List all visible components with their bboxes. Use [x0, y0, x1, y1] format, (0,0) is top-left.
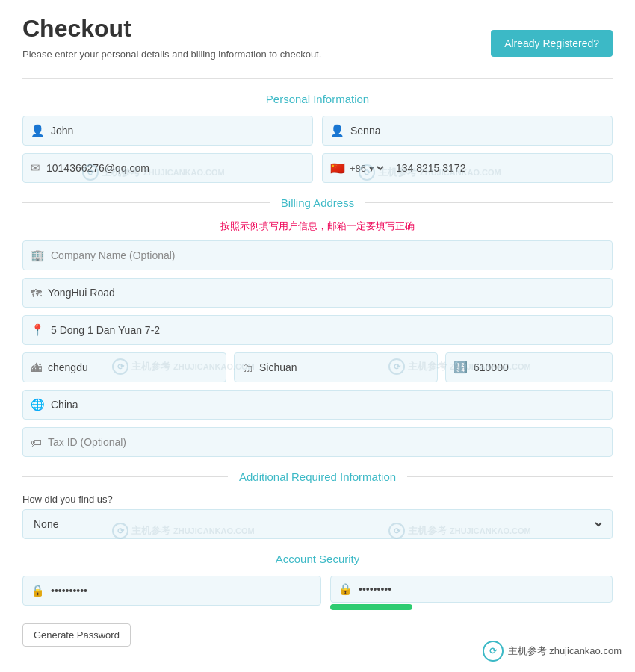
personal-info-divider: Personal Information: [22, 93, 613, 105]
person-icon-2: 👤: [330, 124, 344, 137]
how-label: How did you find us?: [22, 494, 613, 505]
tax-row: 🏷: [22, 427, 613, 457]
account-security-divider: Account Security: [22, 553, 613, 565]
how-select[interactable]: None Google Friend Forum: [31, 517, 604, 531]
last-name-input[interactable]: [350, 125, 604, 137]
tax-icon: 🏷: [31, 436, 42, 449]
phone-flag: 🇨🇳: [330, 161, 345, 175]
country-row: 🌐: [22, 390, 613, 420]
phone-divider: [391, 161, 391, 175]
map-icon: 🗺: [31, 287, 42, 299]
phone-number-input[interactable]: [396, 162, 604, 174]
first-name-field: 👤: [22, 116, 313, 146]
additional-divider: Additional Required Information: [22, 470, 613, 483]
billing-address-label: Billing Address: [270, 196, 365, 209]
building-icon: 🏢: [31, 249, 45, 262]
city-field: 🏙: [22, 352, 226, 382]
company-field: 🏢: [22, 240, 613, 270]
billing-address-divider: Billing Address: [22, 196, 613, 209]
address1-input[interactable]: [48, 287, 604, 299]
confirm-password-field: 🔒: [330, 576, 613, 603]
name-row: 👤 👤: [22, 116, 613, 146]
page-title: Checkout: [22, 15, 321, 43]
zip-field: 🔢: [445, 352, 613, 382]
lock-icon-2: 🔒: [338, 582, 353, 596]
billing-note: 按照示例填写用户信息，邮箱一定要填写正确: [22, 220, 613, 233]
zip-icon: 🔢: [453, 361, 468, 374]
state-icon: 🗂: [242, 361, 253, 374]
tax-field: 🏷: [22, 427, 613, 457]
state-field: 🗂: [234, 352, 438, 382]
address2-row: 📍: [22, 315, 613, 345]
bottom-watermark-circle: ⟳: [483, 641, 504, 662]
email-phone-row: ✉ 🇨🇳 +86 ▾: [22, 153, 613, 183]
address1-row: 🗺: [22, 278, 613, 308]
personal-info-label: Personal Information: [255, 93, 380, 105]
email-input[interactable]: [46, 162, 305, 174]
password-field: 🔒: [22, 576, 321, 606]
confirm-password-input[interactable]: [359, 583, 604, 595]
address1-field: 🗺: [22, 278, 613, 308]
page-subtitle: Please enter your personal details and b…: [22, 49, 321, 60]
tax-input[interactable]: [48, 436, 604, 448]
bottom-watermark: ⟳ 主机参考 zhujicankao.com: [477, 638, 628, 665]
address2-field: 📍: [22, 315, 613, 345]
zip-input[interactable]: [474, 361, 604, 373]
address2-input[interactable]: [51, 324, 604, 336]
first-name-input[interactable]: [51, 125, 305, 137]
account-security-label: Account Security: [264, 553, 371, 565]
city-state-zip-row: 🏙 🗂 🔢: [22, 352, 613, 382]
location-icon: 📍: [31, 323, 45, 337]
already-registered-button[interactable]: Already Registered?: [491, 30, 613, 57]
phone-code-select[interactable]: +86 ▾: [347, 162, 386, 175]
additional-label: Additional Required Information: [228, 470, 407, 483]
generate-password-button[interactable]: Generate Password: [22, 623, 131, 647]
email-icon: ✉: [31, 161, 40, 175]
how-row: None Google Friend Forum: [22, 509, 613, 539]
city-input[interactable]: [48, 361, 218, 373]
state-input[interactable]: [259, 361, 430, 373]
top-divider: [22, 78, 613, 79]
company-row: 🏢: [22, 240, 613, 270]
globe-icon: 🌐: [31, 398, 45, 411]
person-icon: 👤: [31, 124, 45, 137]
password-strength-bar: [330, 604, 412, 610]
lock-icon: 🔒: [31, 584, 45, 597]
city-icon: 🏙: [31, 361, 42, 374]
password-row: 🔒 🔒: [22, 576, 613, 610]
country-input[interactable]: [51, 399, 604, 411]
password-input[interactable]: [51, 585, 313, 597]
bottom-watermark-text: 主机参考 zhujicankao.com: [508, 644, 622, 658]
how-select-field: None Google Friend Forum: [22, 509, 613, 539]
company-input[interactable]: [51, 249, 604, 261]
last-name-field: 👤: [322, 116, 613, 146]
email-field: ✉: [22, 153, 313, 183]
country-field: 🌐: [22, 390, 613, 420]
confirm-password-area: 🔒: [330, 576, 613, 610]
phone-field: 🇨🇳 +86 ▾: [322, 153, 613, 183]
